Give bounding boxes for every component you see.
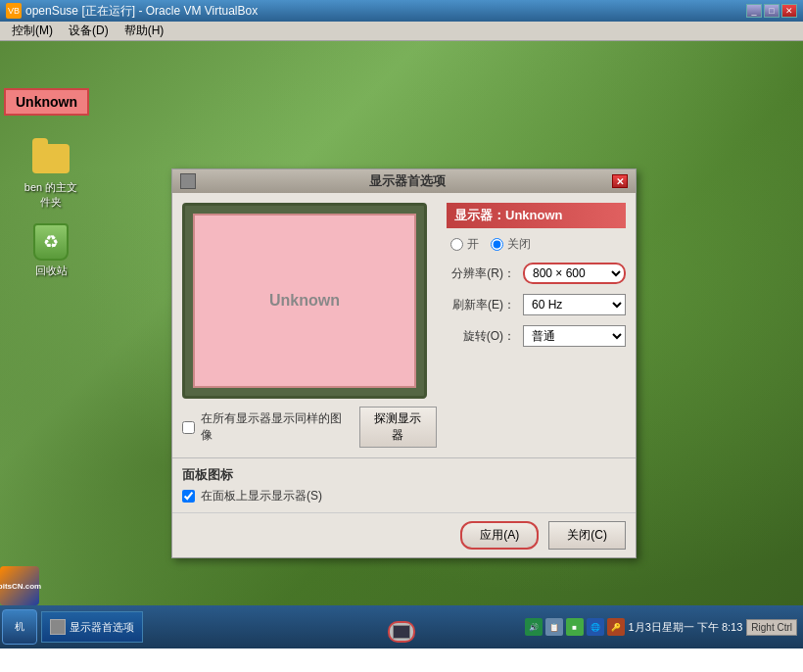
taskbar-item-display[interactable]: 显示器首选项 bbox=[41, 611, 143, 643]
window-title: openSuse [正在运行] - Oracle VM VirtualBox bbox=[25, 3, 746, 20]
recycle-icon: ♻ bbox=[31, 222, 71, 262]
apply-button[interactable]: 应用(A) bbox=[460, 521, 539, 550]
rotation-select[interactable]: 普通 bbox=[523, 325, 626, 347]
start-icon: 机 bbox=[15, 620, 24, 634]
desktop-icon-recycle[interactable]: ♻ 回收站 bbox=[20, 222, 82, 278]
close-dialog-button[interactable]: 关闭(C) bbox=[548, 521, 626, 550]
systray-icon-2[interactable]: 📋 bbox=[545, 618, 563, 636]
taskbar-right: 🔊 📋 ■ 🌐 🔑 1月3日星期一 下午 8:13 Right Ctrl bbox=[525, 618, 801, 636]
monitor-preview-text: Unknown bbox=[269, 292, 340, 310]
settings-area: 显示器：Unknown 开 关闭 分辨率(R)： 8 bbox=[447, 203, 626, 448]
menu-device[interactable]: 设备(D) bbox=[61, 21, 117, 41]
folder-label: ben 的主文件夹 bbox=[20, 180, 82, 210]
rotation-row: 旋转(O)： 普通 bbox=[447, 325, 626, 347]
maximize-button[interactable]: □ bbox=[764, 4, 779, 18]
panel-show-checkbox[interactable] bbox=[182, 490, 195, 503]
dialog-title-bar: 显示器首选项 ✕ bbox=[172, 169, 636, 193]
unknown-label: Unknown bbox=[4, 88, 89, 116]
power-radio-row: 开 关闭 bbox=[447, 236, 626, 253]
monitor-preview: Unknown bbox=[182, 203, 427, 399]
radio-on: 开 bbox=[450, 236, 479, 253]
refresh-select[interactable]: 60 Hz bbox=[523, 294, 626, 315]
watermark-text: bitsCN.com bbox=[0, 582, 41, 591]
systray: 🔊 📋 ■ 🌐 🔑 bbox=[525, 618, 625, 636]
systray-icon-3[interactable]: ■ bbox=[566, 618, 584, 636]
dialog-body: Unknown 在所有显示器显示同样的图像 探测显示器 显示器：Unknown … bbox=[172, 193, 636, 457]
monitor-screen: Unknown bbox=[193, 214, 416, 388]
same-image-checkbox[interactable] bbox=[182, 421, 195, 434]
app-icon: VB bbox=[6, 3, 22, 19]
monitor-icon-inner bbox=[393, 625, 410, 639]
title-bar: VB openSuse [正在运行] - Oracle VM VirtualBo… bbox=[0, 0, 803, 22]
minimize-button[interactable]: _ bbox=[746, 4, 762, 18]
time-line1: 1月3日星期一 下午 8:13 bbox=[629, 620, 743, 635]
dialog-icon bbox=[180, 173, 196, 189]
watermark-logo: bitsCN.com bbox=[0, 566, 39, 605]
systray-icon-1[interactable]: 🔊 bbox=[525, 618, 543, 636]
menu-help[interactable]: 帮助(H) bbox=[117, 21, 172, 41]
window-controls: _ □ ✕ bbox=[746, 4, 797, 18]
desktop-icon-folder[interactable]: ben 的主文件夹 bbox=[20, 139, 82, 210]
resolution-row: 分辨率(R)： 800 × 600 bbox=[447, 263, 626, 284]
refresh-row: 刷新率(E)： 60 Hz bbox=[447, 294, 626, 315]
radio-off-input[interactable] bbox=[491, 238, 503, 251]
monitor-taskbar-icon[interactable] bbox=[388, 621, 415, 643]
systray-icon-4[interactable]: 🌐 bbox=[587, 618, 604, 636]
desktop: Unknown ben 的主文件夹 ♻ 回收站 显示器首选项 ✕ Unknown bbox=[0, 41, 803, 648]
display-preferences-dialog: 显示器首选项 ✕ Unknown 在所有显示器显示同样的图像 探测显示器 bbox=[171, 168, 637, 558]
close-button[interactable]: ✕ bbox=[781, 4, 797, 18]
panel-check-label: 在面板上显示显示器(S) bbox=[201, 488, 322, 504]
right-ctrl-badge: Right Ctrl bbox=[746, 619, 797, 636]
menu-bar: 控制(M) 设备(D) 帮助(H) bbox=[0, 22, 803, 41]
dialog-close-button[interactable]: ✕ bbox=[612, 174, 628, 188]
panel-title: 面板图标 bbox=[182, 466, 626, 484]
dialog-buttons: 应用(A) 关闭(C) bbox=[172, 512, 636, 557]
taskbar-item-icon bbox=[50, 619, 66, 635]
recycle-label: 回收站 bbox=[35, 264, 68, 278]
taskbar: 机 显示器首选项 🔊 📋 ■ 🌐 🔑 1月3日星期一 下午 8:13 bbox=[0, 605, 803, 648]
systray-icon-5[interactable]: 🔑 bbox=[607, 618, 625, 636]
detect-button[interactable]: 探测显示器 bbox=[359, 407, 438, 448]
menu-control[interactable]: 控制(M) bbox=[4, 21, 61, 41]
same-image-label: 在所有显示器显示同样的图像 bbox=[201, 410, 348, 444]
preview-area: Unknown 在所有显示器显示同样的图像 探测显示器 bbox=[182, 203, 437, 448]
display-header: 显示器：Unknown bbox=[447, 203, 626, 228]
radio-off-label: 关闭 bbox=[507, 236, 531, 253]
folder-icon bbox=[31, 139, 71, 178]
radio-off: 关闭 bbox=[491, 236, 531, 253]
radio-on-input[interactable] bbox=[450, 238, 463, 251]
panel-section: 面板图标 在面板上显示显示器(S) bbox=[172, 457, 636, 512]
taskbar-center-area bbox=[388, 621, 415, 643]
rotation-label: 旋转(O)： bbox=[447, 328, 515, 345]
same-image-row: 在所有显示器显示同样的图像 探测显示器 bbox=[182, 407, 437, 448]
taskbar-item-label: 显示器首选项 bbox=[70, 620, 134, 635]
start-button[interactable]: 机 bbox=[2, 609, 37, 645]
dialog-title: 显示器首选项 bbox=[202, 172, 612, 190]
resolution-label: 分辨率(R)： bbox=[447, 265, 515, 282]
panel-checkbox-row: 在面板上显示显示器(S) bbox=[182, 488, 626, 504]
radio-on-label: 开 bbox=[467, 236, 479, 253]
refresh-label: 刷新率(E)： bbox=[447, 297, 515, 313]
taskbar-time: 1月3日星期一 下午 8:13 bbox=[629, 620, 743, 635]
resolution-select[interactable]: 800 × 600 bbox=[523, 263, 626, 284]
